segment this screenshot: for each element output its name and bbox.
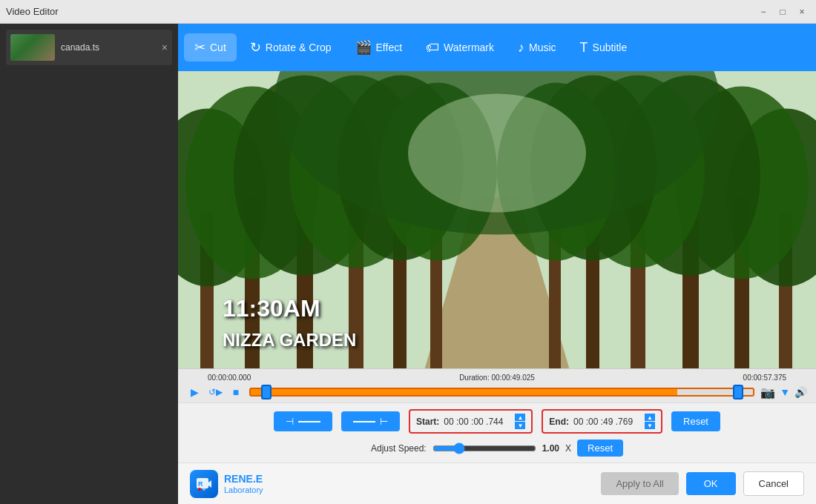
rotate-icon: ↻: [250, 39, 261, 56]
window-title: Video Editor: [6, 6, 755, 17]
cut-left-button[interactable]: ⊣: [274, 411, 332, 431]
svg-point-28: [408, 94, 586, 213]
sidebar: canada.ts ×: [0, 24, 178, 504]
file-name: canada.ts: [61, 42, 99, 53]
start-time-group: Start: ▲ ▼: [409, 409, 533, 434]
cut-buttons-row: ⊣ ⊢ Start: ▲ ▼ End:: [187, 409, 807, 434]
minimize-button[interactable]: −: [755, 4, 771, 20]
speed-slider[interactable]: [432, 442, 536, 454]
footer: R RENE.E Laboratory Apply to All OK Canc…: [178, 462, 816, 504]
apply-all-button[interactable]: Apply to All: [601, 472, 678, 495]
speed-row: Adjust Speed: 1.00 X Reset: [187, 440, 807, 457]
content-area: ✂ Cut ↻ Rotate & Crop 🎬 Effect 🏷 Waterma…: [178, 24, 816, 504]
timeline-right-controls: 📷 ▼ 🔊: [760, 385, 807, 399]
tab-subtitle-label: Subtitle: [593, 42, 628, 53]
timeline-start-time: 00:00:00.000: [208, 374, 251, 382]
logo-text-area: RENE.E Laboratory: [224, 473, 263, 494]
volume-button[interactable]: ▼: [780, 386, 790, 398]
cut-left-bar: [298, 421, 320, 422]
play-button[interactable]: ▶: [187, 385, 202, 399]
start-time-input[interactable]: [444, 417, 510, 427]
speed-label: Adjust Speed:: [371, 443, 427, 454]
start-label: Start:: [416, 417, 439, 427]
timeline-bar-row: ▶ ↺▶ ■ 📷 ▼ 🔊: [187, 385, 807, 399]
end-time-input[interactable]: [573, 417, 640, 427]
timeline-area: 00:00:00.000 Duration: 00:00:49.025 00:0…: [178, 368, 816, 402]
speed-x: X: [565, 443, 571, 454]
svg-point-34: [203, 488, 205, 491]
tab-music[interactable]: ♪ Music: [507, 34, 567, 62]
watermark-icon: 🏷: [426, 40, 439, 56]
main-container: canada.ts × ✂ Cut ↻ Rotate & Crop 🎬 Effe…: [0, 24, 816, 504]
timeline-track[interactable]: [249, 388, 754, 397]
tab-effect-label: Effect: [376, 42, 403, 53]
close-tab-button[interactable]: ×: [162, 42, 168, 53]
end-label: End:: [549, 417, 569, 427]
ok-button[interactable]: OK: [686, 472, 736, 495]
tab-bar: ✂ Cut ↻ Rotate & Crop 🎬 Effect 🏷 Waterma…: [178, 24, 816, 71]
controls-area: ⊣ ⊢ Start: ▲ ▼ End:: [178, 402, 816, 462]
cancel-button[interactable]: Cancel: [743, 471, 804, 496]
timeline-duration: Duration: 00:00:49.025: [459, 374, 535, 382]
tab-watermark[interactable]: 🏷 Watermark: [415, 34, 504, 62]
svg-text:NIZZA GARDEN: NIZZA GARDEN: [223, 330, 356, 350]
end-time-group: End: ▲ ▼: [542, 409, 662, 434]
start-time-down[interactable]: ▼: [515, 422, 525, 429]
maximize-button[interactable]: □: [774, 4, 791, 20]
speed-reset-button[interactable]: Reset: [577, 440, 623, 457]
tab-music-label: Music: [529, 42, 556, 53]
end-time-up[interactable]: ▲: [645, 414, 655, 421]
thumbnail-image: [10, 34, 55, 61]
stop-button[interactable]: ■: [228, 385, 243, 399]
svg-text:11:30AM: 11:30AM: [223, 295, 320, 322]
effect-icon: 🎬: [355, 39, 372, 56]
start-time-up[interactable]: ▲: [515, 414, 525, 421]
video-area: 11:30AM NIZZA GARDEN: [178, 71, 816, 368]
play-loop-button[interactable]: ↺▶: [208, 385, 223, 399]
title-bar: Video Editor − □ ×: [0, 0, 816, 24]
timeline-timestamps: 00:00:00.000 Duration: 00:00:49.025 00:0…: [187, 374, 807, 382]
thumbnail: [10, 34, 55, 61]
screenshot-button[interactable]: 📷: [760, 385, 775, 399]
timeline-handle-right[interactable]: [733, 385, 743, 399]
music-icon: ♪: [518, 40, 524, 56]
cut-right-icon: ⊢: [380, 416, 388, 427]
start-spinners: ▲ ▼: [515, 414, 525, 429]
end-time-down[interactable]: ▼: [645, 422, 655, 429]
cut-right-bar: [353, 421, 375, 422]
logo-svg: R: [195, 475, 213, 493]
footer-buttons: Apply to All OK Cancel: [601, 471, 804, 496]
logo-area: R RENE.E Laboratory: [190, 470, 263, 498]
audio-button[interactable]: 🔊: [794, 386, 807, 398]
tab-subtitle[interactable]: T Subtitle: [570, 34, 638, 62]
logo-line1: RENE.E: [224, 473, 263, 485]
svg-text:R: R: [198, 480, 203, 488]
timeline-handle-left[interactable]: [261, 385, 272, 399]
cut-left-icon: ⊣: [286, 416, 294, 427]
video-svg: 11:30AM NIZZA GARDEN: [178, 71, 816, 368]
tab-cut-label: Cut: [210, 42, 226, 53]
close-button[interactable]: ×: [794, 4, 810, 20]
subtitle-icon: T: [580, 40, 588, 56]
tab-rotate[interactable]: ↻ Rotate & Crop: [240, 33, 342, 62]
tab-rotate-label: Rotate & Crop: [266, 42, 332, 53]
timeline-end-time: 00:00:57.375: [743, 374, 786, 382]
logo-icon: R: [190, 470, 218, 498]
tab-watermark-label: Watermark: [444, 42, 494, 53]
reset-button[interactable]: Reset: [671, 411, 720, 431]
tab-cut[interactable]: ✂ Cut: [184, 33, 237, 62]
window-controls: − □ ×: [755, 4, 810, 20]
cut-icon: ✂: [194, 39, 205, 56]
svg-point-33: [198, 488, 201, 491]
speed-value: 1.00: [542, 443, 559, 454]
logo-line2: Laboratory: [224, 485, 263, 494]
sidebar-tab-canada[interactable]: canada.ts ×: [6, 30, 172, 65]
cut-right-button[interactable]: ⊢: [341, 411, 400, 431]
end-spinners: ▲ ▼: [645, 414, 655, 429]
video-preview: 11:30AM NIZZA GARDEN: [178, 71, 816, 368]
tab-effect[interactable]: 🎬 Effect: [345, 33, 413, 62]
